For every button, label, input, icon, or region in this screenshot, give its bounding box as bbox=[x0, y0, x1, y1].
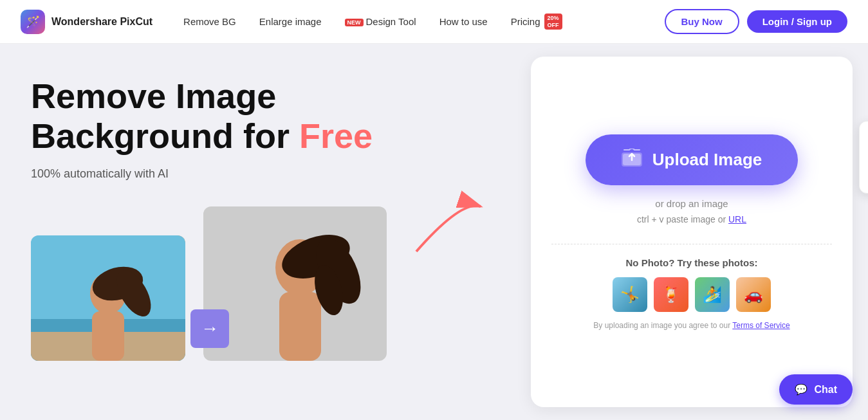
nav-enlarge-image[interactable]: Enlarge image bbox=[259, 16, 322, 27]
divider bbox=[551, 244, 832, 244]
try-photos-label: No Photo? Try these photos: bbox=[626, 257, 758, 268]
hero-title: Remove Image Background for Free bbox=[31, 76, 500, 156]
nav-remove-bg[interactable]: Remove BG bbox=[183, 16, 236, 27]
demo-processed-image bbox=[203, 206, 387, 361]
nav-design-tool[interactable]: NEWDesign Tool bbox=[345, 16, 416, 27]
tos-text: By uploading an image you agree to our T… bbox=[593, 321, 790, 330]
chat-button[interactable]: 💬 Chat bbox=[779, 374, 853, 405]
nav-pricing[interactable]: Pricing 20%OFF bbox=[511, 14, 562, 30]
demo-arrow-icon: → bbox=[190, 309, 229, 348]
pricing-off-badge: 20%OFF bbox=[544, 14, 562, 30]
arrow-svg bbox=[410, 187, 487, 264]
upload-image-button[interactable]: Upload Image bbox=[586, 134, 798, 185]
upload-button-label: Upload Image bbox=[652, 150, 762, 170]
header-cta-area: Buy Now Login / Sign up bbox=[665, 9, 847, 34]
sample-photos: 🤸 🍹 🏄 🚗 bbox=[613, 277, 771, 312]
bookmark-tooltip: Press Ctrl + D to add bookmark ⬆ Share t… bbox=[859, 121, 868, 194]
upload-icon bbox=[622, 149, 642, 171]
url-link[interactable]: URL bbox=[728, 214, 746, 224]
sample-photo-2[interactable]: 🍹 bbox=[654, 277, 688, 312]
nav-how-to-use[interactable]: How to use bbox=[439, 16, 488, 27]
logo-area[interactable]: 🪄 Wondershare PixCut bbox=[21, 10, 152, 34]
svg-rect-4 bbox=[92, 311, 124, 361]
drop-text: or drop an image bbox=[655, 198, 728, 209]
tos-link[interactable]: Terms of Service bbox=[732, 321, 790, 330]
main-nav: Remove BG Enlarge image NEWDesign Tool H… bbox=[183, 14, 664, 30]
paste-text: ctrl + v paste image or URL bbox=[637, 214, 746, 224]
sample-photo-1[interactable]: 🤸 bbox=[613, 277, 647, 312]
sample-photo-4[interactable]: 🚗 bbox=[736, 277, 771, 312]
header: 🪄 Wondershare PixCut Remove BG Enlarge i… bbox=[0, 0, 868, 44]
demo-images: → bbox=[31, 206, 500, 361]
processed-photo-svg bbox=[203, 206, 387, 361]
app-logo-icon: 🪄 bbox=[21, 10, 45, 34]
buy-now-button[interactable]: Buy Now bbox=[665, 9, 739, 34]
main-content: Remove Image Background for Free 100% au… bbox=[0, 44, 868, 420]
chat-icon: 💬 bbox=[795, 383, 808, 396]
sample-photo-3[interactable]: 🏄 bbox=[695, 277, 730, 312]
demo-original-image bbox=[31, 235, 185, 361]
svg-rect-12 bbox=[279, 292, 321, 361]
login-signup-button[interactable]: Login / Sign up bbox=[747, 10, 847, 33]
chat-label: Chat bbox=[814, 384, 837, 396]
hero-subtitle: 100% automatically with AI bbox=[31, 167, 500, 181]
upload-panel: Upload Image or drop an image ctrl + v p… bbox=[531, 57, 853, 407]
curve-arrow-indicator bbox=[410, 187, 487, 267]
original-photo-svg bbox=[31, 235, 185, 361]
hero-section: Remove Image Background for Free 100% au… bbox=[0, 44, 531, 420]
new-badge: NEW bbox=[345, 19, 364, 26]
app-name: Wondershare PixCut bbox=[51, 16, 152, 28]
